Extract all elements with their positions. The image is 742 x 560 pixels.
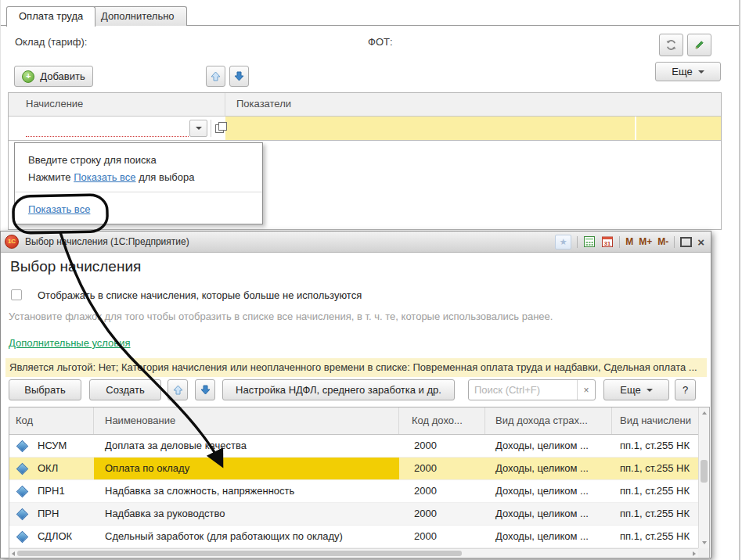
select-button[interactable]: Выбрать [9,379,81,400]
cell-name[interactable]: Надбавка за сложность, напряженность [94,480,399,502]
cell-accrual-kind[interactable]: пп.1, ст.255 НК [612,526,698,547]
scroll-left-icon[interactable] [12,551,15,556]
cell-income-code[interactable]: 2000 [399,435,485,457]
cell-name[interactable]: Сдельный заработок (для работающих по ок… [94,526,399,547]
calculator-icon[interactable] [583,235,596,248]
cell-accrual-kind[interactable]: пп.1, ст.255 НК [612,458,698,479]
accrual-item-icon [16,440,29,452]
table-rows: НСУМ Доплата за деловые качества 2000 До… [9,435,698,548]
horizontal-scroll-thumb[interactable] [17,551,462,556]
move-up-button-dialog[interactable] [167,379,188,400]
scroll-down-icon[interactable] [702,541,707,544]
accrual-input[interactable] [26,120,189,137]
more-button-main-label: Еще [672,66,692,77]
refresh-button[interactable] [659,34,683,56]
move-down-button[interactable] [229,66,249,87]
table-row[interactable]: ПРН1 Надбавка за сложность, напряженност… [9,480,698,503]
cell-insurance-kind[interactable]: Доходы, целиком ... [485,503,612,525]
cell-income-code[interactable]: 2000 [399,526,485,547]
cell-income-code[interactable]: 2000 [399,458,485,479]
more-button-main[interactable]: Еще [655,62,721,81]
move-down-button-dialog[interactable] [195,379,215,400]
titlebar-separator [619,236,620,248]
help-button[interactable]: ? [675,379,696,400]
column-header-name[interactable]: Наименование [94,407,399,434]
conditions-bar: Является льготой: Нет; Категория начисле… [5,358,707,377]
cell-name[interactable]: Оплата по окладу [94,458,399,479]
accrual-cell [9,117,225,140]
scroll-up-icon[interactable] [702,411,707,415]
grid-header-accrual[interactable]: Начисление [9,93,225,116]
more-button-dialog[interactable]: Еще [603,379,669,400]
popup-hint-line2-suffix: для выбора [136,171,195,183]
indicators-subcell-2[interactable] [636,117,721,140]
cell-code[interactable]: СДЛОК [9,526,94,547]
column-header-insurance[interactable]: Вид дохода страх... [485,407,612,434]
dialog-titlebar[interactable]: 1С Выбор начисления (1С:Предприятие) ★ 3… [1,232,711,253]
pencil-icon [693,39,705,51]
accrual-combo [26,120,227,137]
add-button[interactable]: + Добавить [14,66,93,87]
table-row[interactable]: НСУМ Доплата за деловые качества 2000 До… [9,435,698,458]
memory-plus-button[interactable]: М+ [639,236,652,247]
cell-income-code[interactable]: 2000 [399,480,485,502]
cell-insurance-kind[interactable]: Доходы, целиком ... [485,458,612,479]
cell-code[interactable]: ПРН [9,503,94,525]
cell-income-code[interactable]: 2000 [399,503,485,525]
vertical-scrollbar[interactable] [698,407,709,548]
memory-button[interactable]: М [625,236,633,247]
column-header-accrual-kind[interactable]: Вид начислени [612,407,698,434]
vertical-scroll-thumb[interactable] [701,460,708,483]
search-clear-button[interactable]: × [577,380,595,400]
scroll-right-icon[interactable] [693,551,696,556]
additional-conditions-link[interactable]: Дополнительные условия [9,337,131,349]
show-all-link[interactable]: Показать все [28,203,90,215]
maximize-icon[interactable] [680,237,692,247]
fot-label: ФОТ: [368,36,393,48]
table-row[interactable]: ОКЛ Оплата по окладу 2000 Доходы, целико… [9,458,698,480]
cell-name[interactable]: Доплата за деловые качества [94,435,399,457]
edit-button[interactable] [687,34,711,56]
grid-header-indicators[interactable]: Показатели [225,93,721,116]
ndfl-settings-button[interactable]: Настройка НДФЛ, среднего заработка и др. [222,379,455,400]
table-header: Код Наименование Код дохо... Вид дохода … [9,407,698,435]
chevron-down-icon [698,70,704,74]
cell-accrual-kind[interactable]: пп.1, ст.255 НК [612,503,698,525]
cell-name[interactable]: Надбавка за руководство [94,503,399,525]
calendar-icon[interactable]: 31 [601,235,614,248]
cell-code[interactable]: ПРН1 [9,480,94,502]
cell-insurance-kind[interactable]: Доходы, целиком ... [485,480,612,502]
cell-accrual-kind[interactable]: пп.1, ст.255 НК [612,435,698,457]
tab-payroll[interactable]: Оплата труда [6,6,95,27]
grid-edit-row [9,117,721,141]
show-unused-checkbox-label[interactable]: Отображать в списке начисления, которые … [38,289,362,301]
indicators-subcell-1[interactable] [225,117,636,140]
show-all-inline-link[interactable]: Показать все [74,171,135,183]
accrual-item-icon [16,462,29,475]
table-row[interactable]: СДЛОК Сдельный заработок (для работающих… [9,526,698,548]
cell-code[interactable]: НСУМ [9,435,94,457]
accrual-dropdown-button[interactable] [189,120,207,137]
scrollbar-corner [698,548,709,558]
move-up-button[interactable] [206,66,225,87]
table-row[interactable]: ПРН Надбавка за руководство 2000 Доходы,… [9,503,698,526]
show-unused-checkbox[interactable] [11,289,22,300]
grid-header: Начисление Показатели [9,93,721,117]
accrual-item-icon [16,508,29,520]
selection-dialog: 1С Выбор начисления (1С:Предприятие) ★ 3… [0,231,711,558]
memory-minus-button[interactable]: М- [657,236,668,247]
search-input[interactable] [469,384,577,396]
column-header-income-code[interactable]: Код дохо... [399,407,485,434]
favorites-button[interactable]: ★ [555,235,571,249]
cell-insurance-kind[interactable]: Доходы, целиком ... [485,435,612,457]
dialog-heading: Выбор начисления [10,258,141,275]
cell-insurance-kind[interactable]: Доходы, целиком ... [485,526,612,547]
horizontal-scrollbar[interactable] [9,548,698,558]
create-button[interactable]: Создать [89,379,161,400]
tab-additional[interactable]: Дополнительно [88,6,187,26]
column-header-code[interactable]: Код [9,407,94,434]
close-icon[interactable]: × [697,236,704,248]
accrual-open-button[interactable] [211,120,227,137]
cell-code[interactable]: ОКЛ [9,458,94,479]
cell-accrual-kind[interactable]: пп.1, ст.255 НК [612,480,698,502]
